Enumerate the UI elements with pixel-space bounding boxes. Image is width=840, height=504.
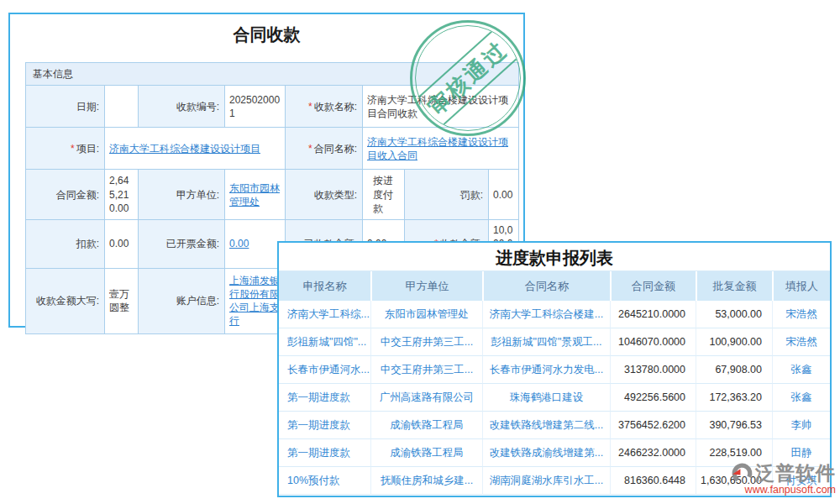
filler-link[interactable]: 张鑫 bbox=[772, 356, 830, 384]
column-header-approved-amount[interactable]: 批复金额 bbox=[696, 271, 772, 301]
party-a-link[interactable]: 东阳市园林管理处 bbox=[370, 301, 482, 328]
invoiced-amount-cell: 0.00 bbox=[225, 220, 286, 269]
date-label: 日期: bbox=[26, 86, 105, 128]
contract-name-link[interactable]: 济南大学工科综合楼建设设计项目收入合同 bbox=[367, 136, 508, 161]
deduction-label: 扣款: bbox=[26, 220, 105, 269]
filler-link[interactable]: 宋浩然 bbox=[772, 328, 830, 356]
declaration-name-link[interactable]: 第一期进度款 bbox=[279, 412, 370, 439]
column-header-declaration-name[interactable]: 申报名称 bbox=[279, 271, 370, 301]
progress-payment-table: 申报名称 甲方单位 合同名称 合同金额 批复金额 填报人 济南大学工科综... … bbox=[279, 271, 830, 495]
deduction-value: 0.00 bbox=[105, 220, 139, 269]
amount-in-words-label: 收款金额大写: bbox=[26, 268, 105, 333]
required-asterisk: * bbox=[308, 101, 312, 113]
declaration-name-link[interactable]: 第一期进度款 bbox=[279, 384, 370, 412]
contract-name-link[interactable]: 湖南洞庭湖水库引水工... bbox=[482, 467, 610, 495]
party-a-link[interactable]: 中交王府井第三工... bbox=[370, 328, 482, 356]
party-a-link[interactable]: 成渝铁路工程局 bbox=[370, 439, 482, 467]
party-a-label: 甲方单位: bbox=[139, 170, 225, 220]
contract-name-link[interactable]: 彭祖新城"四馆"景观工... bbox=[482, 328, 610, 356]
filler-link[interactable]: 付安琪 bbox=[772, 467, 830, 495]
receipt-name-label: *收款名称: bbox=[286, 86, 363, 128]
contract-amount-value: 313780.0000 bbox=[610, 356, 696, 384]
contract-amount-value: 816360.6448 bbox=[610, 467, 696, 495]
approved-amount-value: 228,519.00 bbox=[696, 439, 772, 467]
receipt-type-value: 按进度付款 bbox=[363, 170, 405, 220]
filler-link[interactable]: 张鑫 bbox=[772, 384, 830, 412]
contract-amount-label: 合同金额: bbox=[26, 170, 105, 220]
declaration-name-link[interactable]: 10%预付款 bbox=[279, 467, 370, 495]
receipt-no-value: 2025020001 bbox=[225, 86, 286, 128]
basic-info-section-header: 基本信息 bbox=[26, 63, 519, 86]
approved-amount-value: 67,908.00 bbox=[696, 356, 772, 384]
column-header-party-a[interactable]: 甲方单位 bbox=[370, 271, 482, 301]
party-a-link[interactable]: 抚顺住房和城乡建... bbox=[370, 467, 482, 495]
filler-link[interactable]: 李帅 bbox=[772, 412, 830, 439]
approved-amount-value: 390,796.53 bbox=[696, 412, 772, 439]
project-cell: 济南大学工科综合楼建设设计项目 bbox=[105, 128, 286, 170]
declaration-name-link[interactable]: 第一期进度款 bbox=[279, 439, 370, 467]
progress-payment-list-panel: 进度款申报列表 申报名称 甲方单位 合同名称 合同金额 批复金额 填报人 济南大… bbox=[277, 241, 832, 497]
account-info-link[interactable]: 上海浦发银行股份有限公司上海支行 bbox=[229, 275, 280, 328]
contract-name-link[interactable]: 改建铁路线增建第二线... bbox=[482, 412, 610, 439]
required-asterisk: * bbox=[71, 143, 75, 155]
contract-name-link[interactable]: 改建铁路成渝线增建第... bbox=[482, 439, 610, 467]
party-a-link[interactable]: 广州高速路有限公司 bbox=[370, 384, 482, 412]
required-asterisk: * bbox=[308, 143, 312, 155]
project-label: *项目: bbox=[26, 128, 105, 170]
filler-link[interactable]: 宋浩然 bbox=[772, 301, 830, 328]
column-header-contract-name[interactable]: 合同名称 bbox=[482, 271, 610, 301]
approved-amount-value: 53,000.00 bbox=[696, 301, 772, 328]
progress-payment-list-title: 进度款申报列表 bbox=[279, 243, 830, 271]
contract-amount-value: 492256.5600 bbox=[610, 384, 696, 412]
fine-label: 罚款: bbox=[405, 170, 489, 220]
declaration-name-link[interactable]: 济南大学工科综... bbox=[279, 301, 370, 328]
contract-receipt-title: 合同收款 bbox=[10, 14, 523, 51]
party-a-link[interactable]: 成渝铁路工程局 bbox=[370, 412, 482, 439]
receipt-type-label: 收款类型: bbox=[286, 170, 363, 220]
contract-amount-value: 2,645,210.00 bbox=[105, 170, 139, 220]
party-a-link[interactable]: 东阳市园林管理处 bbox=[229, 182, 280, 207]
receipt-name-value: 济南大学工科综合楼建设设计项目合同收款 bbox=[363, 86, 519, 128]
declaration-name-link[interactable]: 长春市伊通河水... bbox=[279, 356, 370, 384]
project-link[interactable]: 济南大学工科综合楼建设设计项目 bbox=[109, 143, 260, 155]
contract-amount-value: 2466232.0000 bbox=[610, 439, 696, 467]
contract-name-link[interactable]: 济南大学工科综合楼建... bbox=[482, 301, 610, 328]
account-info-label: 账户信息: bbox=[139, 268, 225, 333]
invoiced-amount-link[interactable]: 0.00 bbox=[229, 238, 249, 249]
amount-in-words-value: 壹万圆整 bbox=[105, 268, 139, 333]
contract-name-label: *合同名称: bbox=[286, 128, 363, 170]
column-header-contract-amount[interactable]: 合同金额 bbox=[610, 271, 696, 301]
approved-amount-value: 1,630,650.00 bbox=[696, 467, 772, 495]
party-a-link[interactable]: 中交王府井第三工... bbox=[370, 356, 482, 384]
approved-amount-value: 100,900.00 bbox=[696, 328, 772, 356]
contract-name-cell: 济南大学工科综合楼建设设计项目收入合同 bbox=[363, 128, 519, 170]
invoiced-amount-label: 已开票金额: bbox=[139, 220, 225, 269]
column-header-filler[interactable]: 填报人 bbox=[772, 271, 830, 301]
filler-link[interactable]: 田静 bbox=[772, 439, 830, 467]
contract-amount-value: 3756452.6200 bbox=[610, 412, 696, 439]
contract-name-link[interactable]: 长春市伊通河水力发电... bbox=[482, 356, 610, 384]
contract-amount-value: 2645210.0000 bbox=[610, 301, 696, 328]
fine-value: 0.00 bbox=[489, 170, 519, 220]
party-a-cell: 东阳市园林管理处 bbox=[225, 170, 286, 220]
contract-name-link[interactable]: 珠海鹤港口建设 bbox=[482, 384, 610, 412]
contract-amount-value: 1046070.0000 bbox=[610, 328, 696, 356]
account-info-cell: 上海浦发银行股份有限公司上海支行 bbox=[225, 268, 286, 333]
receipt-no-label: 收款编号: bbox=[139, 86, 225, 128]
date-value[interactable] bbox=[105, 86, 139, 128]
declaration-name-link[interactable]: 彭祖新城"四馆"... bbox=[279, 328, 370, 356]
approved-amount-value: 172,363.20 bbox=[696, 384, 772, 412]
